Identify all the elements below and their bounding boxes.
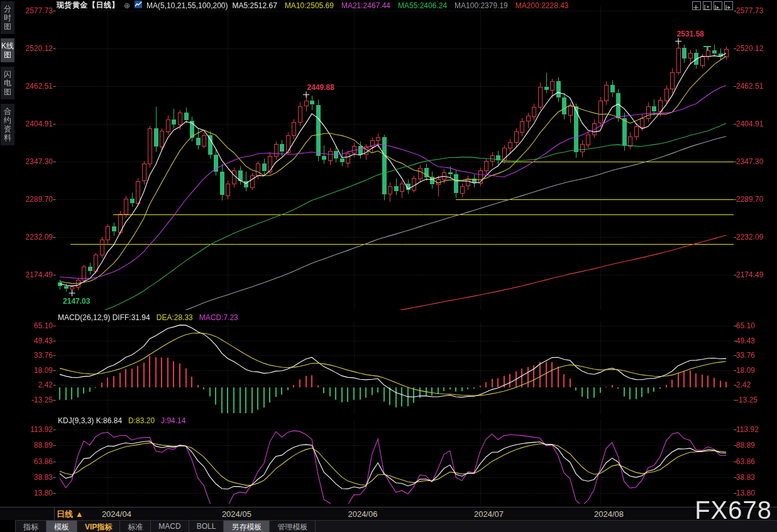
macd-pane-header: MACD(26,12,9) DIFF:31.94DEA:28.33MACD:7.… [58,313,245,322]
chart-canvas[interactable] [0,0,777,532]
kdj-axis-label-left-1: 88.89 [0,441,53,450]
bottom-tab-4[interactable]: MACD [151,521,189,532]
x-axis-date-0: 2024/04 [102,509,131,519]
main-axis-label-right-3: 2404.91 [736,119,776,128]
main-axis-label-right-6: 2232.09 [736,233,776,241]
macd-axis-label-left-1: 49.43 [0,336,53,345]
x-axis-date-3: 2024/07 [474,509,504,519]
main-axis-label-left-5: 2289.70 [0,195,53,204]
macd-axis-label-left-3: 18.09 [0,366,53,375]
ma-group-label: MA(5,10,21,55,100,200) [146,1,228,10]
macd-axis-label-right-0: 65.10 [736,321,776,330]
main-axis-label-right-2: 2462.51 [736,82,776,91]
macd-axis-label-right-4: 2.42 [736,380,776,389]
indicator-value-1: DEA:28.33 [157,313,193,322]
macd-axis-label-left-4: 2.42 [0,380,53,389]
watermark-logo: FX678 [695,496,772,524]
chart-window: 分时图K线图闪电图合约资料 现货黄金【日线】 ⊕ MA(5,10,21,55,1… [0,0,777,532]
price-annotation-1: 2449.88 [307,83,334,92]
main-axis-label-right-5: 2289.70 [736,195,776,204]
macd-axis-label-left-2: 33.76 [0,351,53,360]
bottom-tab-2[interactable]: VIP指标 [77,521,120,532]
ma-values: MA5:2512.67MA10:2505.69MA21:2467.44MA55:… [232,1,576,10]
kdj-axis-label-left-0: 113.92 [0,425,53,434]
bottom-tab-0[interactable]: 指标 [15,521,47,532]
ma-value-2: MA21:2467.44 [341,1,390,10]
period-arrow-icon: ▲ [75,509,84,519]
indicator-value-0: MACD(26,12,9) DIFF:31.94 [58,313,150,322]
x-axis-date-2: 2024/06 [348,509,377,519]
kdj-axis-label-right-3: 38.83 [736,473,776,482]
indicator-value-0: KDJ(9,3,3) K:86.84 [58,416,122,425]
macd-axis-label-left-5: -13.25 [0,396,53,404]
price-annotation-0: 2147.03 [63,297,90,306]
main-axis-label-right-4: 2347.30 [736,157,776,166]
kdj-pane-header: KDJ(9,3,3) K:86.84D:83.20J:94.14 [58,416,192,425]
price-annotation-2: 2531.58 [677,30,704,38]
x-axis-date-4: 2024/08 [594,509,624,519]
ma-value-3: MA55:2406.24 [398,1,447,10]
macd-axis-label-right-2: 33.76 [736,351,776,360]
kdj-axis-label-left-4: 13.80 [0,489,53,497]
main-axis-label-right-7: 2174.49 [736,270,776,279]
kdj-axis-label-right-2: 63.86 [736,457,776,466]
add-indicator-icon[interactable]: ⊕ [124,1,130,10]
ma-value-1: MA10:2505.69 [285,1,334,10]
ma-value-4: MA100:2379.19 [455,1,508,10]
sidebar-item-2[interactable]: 闪电图 [1,67,14,99]
axis-scale-right-icon[interactable] [714,1,722,10]
main-axis-label-left-6: 2232.09 [0,233,53,241]
macd-axis-label-left-0: 65.10 [0,321,53,330]
macd-axis-label-right-1: 49.43 [736,336,776,345]
indicator-value-2: J:94.14 [161,416,185,425]
main-axis-label-right-0: 2577.73 [736,6,776,15]
ma-value-5: MA200:2228.43 [515,1,569,10]
bottom-tab-6[interactable]: 另存模板 [224,521,270,532]
chart-header: 现货黄金【日线】 ⊕ MA(5,10,21,55,100,200) MA5:25… [57,1,576,10]
period-label: 日线 [57,509,73,519]
macd-axis-label-right-3: 18.09 [736,366,776,375]
kdj-axis-label-right-0: 113.92 [736,425,776,434]
pan-right-icon[interactable] [724,1,733,10]
indicator-value-2: MACD:7.23 [199,313,238,322]
kdj-axis-label-left-3: 38.83 [0,473,53,482]
ma-value-0: MA5:2512.67 [232,1,277,10]
bottom-tab-7[interactable]: 管理模板 [270,521,316,532]
left-sidebar: 分时图K线图闪电图合约资料 [0,1,15,150]
kdj-axis-label-left-2: 63.86 [0,457,53,466]
bottom-tab-3[interactable]: 标准 [120,521,151,532]
macd-axis-label-right-5: -13.25 [736,396,776,404]
period-selector[interactable]: 日线 ▲ [57,509,84,520]
sidebar-item-0[interactable]: 分时图 [1,1,14,34]
bottom-tab-1[interactable]: 模板 [47,521,77,532]
date-axis-row: 日线 ▲ 2024/042024/052024/062024/072024/08 [0,507,777,520]
indicator-value-1: D:83.20 [128,416,155,425]
sidebar-item-3[interactable]: 合约资料 [1,104,14,145]
chart-style-icon[interactable] [135,1,142,10]
main-axis-label-right-1: 2520.12 [736,44,776,53]
chart-toolbar [692,1,733,10]
move-icon[interactable] [692,1,701,10]
date-row-divider [54,507,55,520]
sidebar-item-1[interactable]: K线图 [1,38,14,62]
bottom-tab-5[interactable]: BOLL [189,521,224,532]
x-axis-date-1: 2024/05 [222,509,251,519]
main-axis-label-left-7: 2174.49 [0,270,53,279]
page-title: 现货黄金【日线】 [57,0,119,11]
bottom-tab-bar: 指标模板VIP指标标准MACDBOLL另存模板管理模板 [15,520,777,532]
main-axis-label-left-4: 2347.30 [0,157,53,166]
kdj-axis-label-right-1: 88.89 [736,441,776,450]
axis-scale-up-icon[interactable] [703,1,712,10]
